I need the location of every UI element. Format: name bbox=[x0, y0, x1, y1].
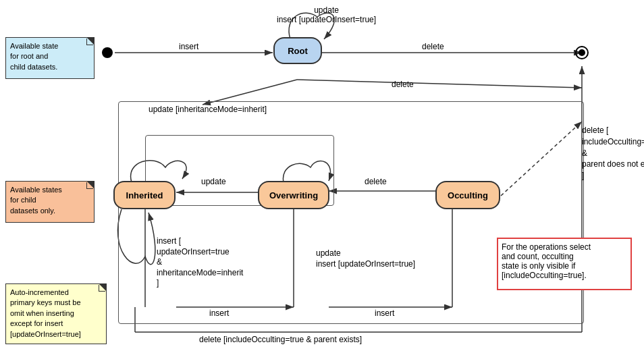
state-overwriting[interactable]: Overwriting bbox=[258, 181, 329, 209]
state-inherited[interactable]: Inherited bbox=[113, 181, 176, 209]
note-occulting-ops-text: For the operations selectand count, occu… bbox=[502, 242, 591, 280]
svg-line-4 bbox=[297, 80, 582, 88]
note-occulting-ops: For the operations selectand count, occu… bbox=[497, 238, 632, 290]
state-inherited-label: Inherited bbox=[126, 190, 163, 200]
label-insert-root: insert bbox=[179, 42, 198, 51]
label-delete-final2: delete [includeOcculting=true&parent doe… bbox=[582, 125, 644, 182]
state-occulting-label: Occulting bbox=[448, 190, 488, 200]
label-update-inner: update bbox=[201, 177, 226, 186]
label-update-insert-top: updateinsert [updateOrInsert=true] bbox=[277, 5, 376, 24]
state-overwriting-label: Overwriting bbox=[269, 190, 318, 200]
note-available-child: Available statesfor childdatasets only. bbox=[5, 181, 95, 223]
initial-state bbox=[102, 47, 113, 58]
state-root[interactable]: Root bbox=[273, 37, 322, 64]
note-available-root-text: Available statefor root andchild dataset… bbox=[10, 42, 58, 71]
diagram-container: Root Inherited Overwriting Occulting Ava… bbox=[0, 0, 644, 353]
label-delete-final: delete [includeOcculting=true & parent e… bbox=[199, 335, 362, 344]
label-delete-above: delete bbox=[392, 80, 414, 89]
label-insert-loop: insert [updateOrInsert=true&inheritanceM… bbox=[157, 236, 243, 289]
state-occulting[interactable]: Occulting bbox=[435, 181, 500, 209]
label-update-overwriting: updateinsert [updateOrInsert=true] bbox=[316, 248, 415, 269]
label-insert-bottom-left: insert bbox=[209, 308, 229, 318]
final-state bbox=[575, 46, 589, 59]
note-auto-increment-text: Auto-incrementedprimary keys must beomit… bbox=[10, 288, 81, 338]
label-insert-bottom-right: insert bbox=[375, 308, 394, 318]
state-root-label: Root bbox=[288, 46, 308, 56]
note-auto-increment: Auto-incrementedprimary keys must beomit… bbox=[5, 283, 107, 344]
note-available-root: Available statefor root andchild dataset… bbox=[5, 37, 95, 79]
label-delete-root: delete bbox=[422, 42, 444, 51]
note-available-child-text: Available statesfor childdatasets only. bbox=[10, 186, 62, 215]
final-state-inner bbox=[579, 49, 585, 56]
label-delete-inner: delete bbox=[365, 177, 387, 186]
label-update-outer: update [inheritanceMode=inherit] bbox=[149, 105, 267, 114]
